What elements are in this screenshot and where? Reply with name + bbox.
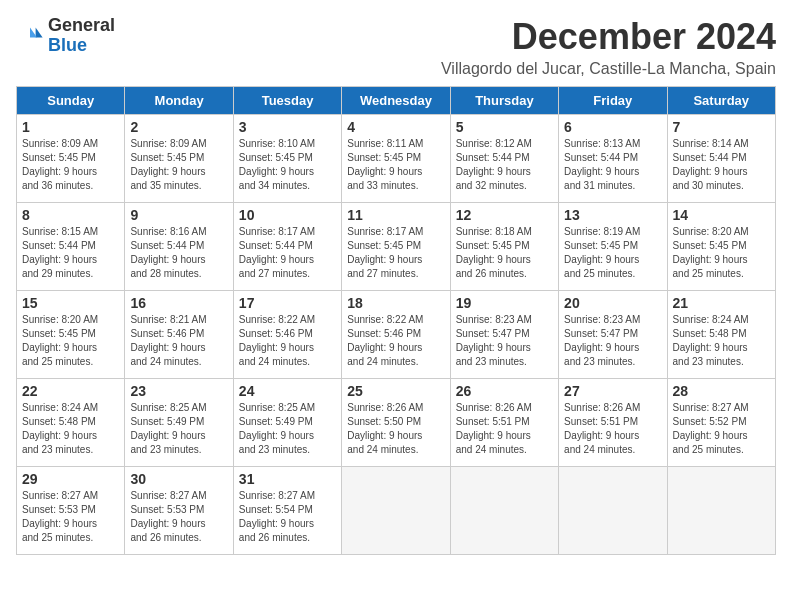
calendar-cell: 1Sunrise: 8:09 AM Sunset: 5:45 PM Daylig… [17, 115, 125, 203]
day-number: 18 [347, 295, 444, 311]
day-info: Sunrise: 8:15 AM Sunset: 5:44 PM Dayligh… [22, 225, 119, 281]
calendar-cell: 19Sunrise: 8:23 AM Sunset: 5:47 PM Dayli… [450, 291, 558, 379]
day-info: Sunrise: 8:27 AM Sunset: 5:53 PM Dayligh… [22, 489, 119, 545]
col-thursday: Thursday [450, 87, 558, 115]
calendar-cell: 13Sunrise: 8:19 AM Sunset: 5:45 PM Dayli… [559, 203, 667, 291]
calendar-cell: 25Sunrise: 8:26 AM Sunset: 5:50 PM Dayli… [342, 379, 450, 467]
calendar-cell: 14Sunrise: 8:20 AM Sunset: 5:45 PM Dayli… [667, 203, 775, 291]
day-info: Sunrise: 8:16 AM Sunset: 5:44 PM Dayligh… [130, 225, 227, 281]
calendar-cell: 21Sunrise: 8:24 AM Sunset: 5:48 PM Dayli… [667, 291, 775, 379]
day-number: 5 [456, 119, 553, 135]
calendar-cell: 8Sunrise: 8:15 AM Sunset: 5:44 PM Daylig… [17, 203, 125, 291]
day-info: Sunrise: 8:13 AM Sunset: 5:44 PM Dayligh… [564, 137, 661, 193]
week-row-1: 1Sunrise: 8:09 AM Sunset: 5:45 PM Daylig… [17, 115, 776, 203]
day-number: 2 [130, 119, 227, 135]
day-info: Sunrise: 8:20 AM Sunset: 5:45 PM Dayligh… [673, 225, 770, 281]
logo-text: General Blue [48, 16, 115, 56]
day-info: Sunrise: 8:17 AM Sunset: 5:44 PM Dayligh… [239, 225, 336, 281]
week-row-5: 29Sunrise: 8:27 AM Sunset: 5:53 PM Dayli… [17, 467, 776, 555]
day-info: Sunrise: 8:23 AM Sunset: 5:47 PM Dayligh… [564, 313, 661, 369]
day-number: 30 [130, 471, 227, 487]
calendar-cell [450, 467, 558, 555]
calendar-cell: 10Sunrise: 8:17 AM Sunset: 5:44 PM Dayli… [233, 203, 341, 291]
calendar-cell: 7Sunrise: 8:14 AM Sunset: 5:44 PM Daylig… [667, 115, 775, 203]
month-title: December 2024 [441, 16, 776, 58]
day-info: Sunrise: 8:20 AM Sunset: 5:45 PM Dayligh… [22, 313, 119, 369]
day-info: Sunrise: 8:09 AM Sunset: 5:45 PM Dayligh… [22, 137, 119, 193]
calendar-cell: 28Sunrise: 8:27 AM Sunset: 5:52 PM Dayli… [667, 379, 775, 467]
calendar-cell: 12Sunrise: 8:18 AM Sunset: 5:45 PM Dayli… [450, 203, 558, 291]
day-number: 28 [673, 383, 770, 399]
calendar-cell: 24Sunrise: 8:25 AM Sunset: 5:49 PM Dayli… [233, 379, 341, 467]
day-info: Sunrise: 8:25 AM Sunset: 5:49 PM Dayligh… [239, 401, 336, 457]
day-number: 20 [564, 295, 661, 311]
calendar-cell: 3Sunrise: 8:10 AM Sunset: 5:45 PM Daylig… [233, 115, 341, 203]
calendar-cell: 20Sunrise: 8:23 AM Sunset: 5:47 PM Dayli… [559, 291, 667, 379]
calendar-cell: 2Sunrise: 8:09 AM Sunset: 5:45 PM Daylig… [125, 115, 233, 203]
day-number: 16 [130, 295, 227, 311]
day-info: Sunrise: 8:26 AM Sunset: 5:51 PM Dayligh… [564, 401, 661, 457]
day-info: Sunrise: 8:24 AM Sunset: 5:48 PM Dayligh… [673, 313, 770, 369]
day-info: Sunrise: 8:23 AM Sunset: 5:47 PM Dayligh… [456, 313, 553, 369]
day-number: 21 [673, 295, 770, 311]
calendar-cell: 29Sunrise: 8:27 AM Sunset: 5:53 PM Dayli… [17, 467, 125, 555]
day-number: 24 [239, 383, 336, 399]
page-header: General Blue December 2024 Villagordo de… [16, 16, 776, 78]
calendar-cell [667, 467, 775, 555]
day-info: Sunrise: 8:19 AM Sunset: 5:45 PM Dayligh… [564, 225, 661, 281]
week-row-2: 8Sunrise: 8:15 AM Sunset: 5:44 PM Daylig… [17, 203, 776, 291]
day-info: Sunrise: 8:12 AM Sunset: 5:44 PM Dayligh… [456, 137, 553, 193]
col-monday: Monday [125, 87, 233, 115]
day-number: 27 [564, 383, 661, 399]
calendar-cell: 22Sunrise: 8:24 AM Sunset: 5:48 PM Dayli… [17, 379, 125, 467]
day-info: Sunrise: 8:26 AM Sunset: 5:51 PM Dayligh… [456, 401, 553, 457]
day-number: 8 [22, 207, 119, 223]
day-info: Sunrise: 8:26 AM Sunset: 5:50 PM Dayligh… [347, 401, 444, 457]
logo-general: General [48, 16, 115, 36]
day-number: 22 [22, 383, 119, 399]
day-info: Sunrise: 8:18 AM Sunset: 5:45 PM Dayligh… [456, 225, 553, 281]
col-wednesday: Wednesday [342, 87, 450, 115]
calendar-cell: 4Sunrise: 8:11 AM Sunset: 5:45 PM Daylig… [342, 115, 450, 203]
day-number: 13 [564, 207, 661, 223]
day-number: 26 [456, 383, 553, 399]
calendar-cell: 17Sunrise: 8:22 AM Sunset: 5:46 PM Dayli… [233, 291, 341, 379]
calendar-cell: 18Sunrise: 8:22 AM Sunset: 5:46 PM Dayli… [342, 291, 450, 379]
day-number: 17 [239, 295, 336, 311]
calendar-table: Sunday Monday Tuesday Wednesday Thursday… [16, 86, 776, 555]
calendar-cell: 16Sunrise: 8:21 AM Sunset: 5:46 PM Dayli… [125, 291, 233, 379]
day-info: Sunrise: 8:14 AM Sunset: 5:44 PM Dayligh… [673, 137, 770, 193]
calendar-cell: 5Sunrise: 8:12 AM Sunset: 5:44 PM Daylig… [450, 115, 558, 203]
day-number: 11 [347, 207, 444, 223]
day-info: Sunrise: 8:27 AM Sunset: 5:54 PM Dayligh… [239, 489, 336, 545]
day-number: 7 [673, 119, 770, 135]
calendar-cell: 6Sunrise: 8:13 AM Sunset: 5:44 PM Daylig… [559, 115, 667, 203]
location-subtitle: Villagordo del Jucar, Castille-La Mancha… [441, 60, 776, 78]
day-info: Sunrise: 8:10 AM Sunset: 5:45 PM Dayligh… [239, 137, 336, 193]
week-row-3: 15Sunrise: 8:20 AM Sunset: 5:45 PM Dayli… [17, 291, 776, 379]
calendar-cell: 31Sunrise: 8:27 AM Sunset: 5:54 PM Dayli… [233, 467, 341, 555]
logo-blue: Blue [48, 36, 115, 56]
day-info: Sunrise: 8:27 AM Sunset: 5:53 PM Dayligh… [130, 489, 227, 545]
day-number: 12 [456, 207, 553, 223]
day-number: 25 [347, 383, 444, 399]
day-info: Sunrise: 8:17 AM Sunset: 5:45 PM Dayligh… [347, 225, 444, 281]
day-info: Sunrise: 8:09 AM Sunset: 5:45 PM Dayligh… [130, 137, 227, 193]
day-number: 10 [239, 207, 336, 223]
col-saturday: Saturday [667, 87, 775, 115]
day-number: 31 [239, 471, 336, 487]
day-info: Sunrise: 8:27 AM Sunset: 5:52 PM Dayligh… [673, 401, 770, 457]
calendar-cell: 15Sunrise: 8:20 AM Sunset: 5:45 PM Dayli… [17, 291, 125, 379]
day-number: 29 [22, 471, 119, 487]
col-tuesday: Tuesday [233, 87, 341, 115]
calendar-cell: 9Sunrise: 8:16 AM Sunset: 5:44 PM Daylig… [125, 203, 233, 291]
week-row-4: 22Sunrise: 8:24 AM Sunset: 5:48 PM Dayli… [17, 379, 776, 467]
day-number: 4 [347, 119, 444, 135]
logo-icon [16, 22, 44, 50]
calendar-cell: 26Sunrise: 8:26 AM Sunset: 5:51 PM Dayli… [450, 379, 558, 467]
day-number: 6 [564, 119, 661, 135]
calendar-cell: 27Sunrise: 8:26 AM Sunset: 5:51 PM Dayli… [559, 379, 667, 467]
calendar-cell [559, 467, 667, 555]
day-info: Sunrise: 8:25 AM Sunset: 5:49 PM Dayligh… [130, 401, 227, 457]
day-number: 23 [130, 383, 227, 399]
